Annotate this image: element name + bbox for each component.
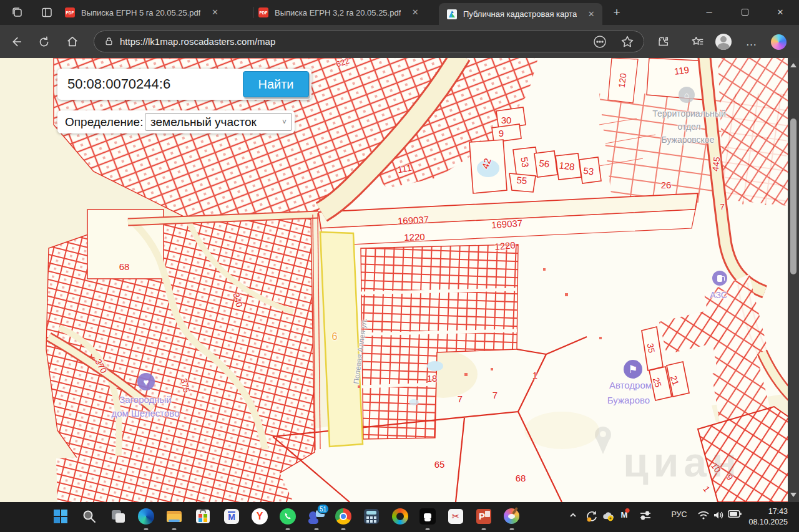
- map-watermark: циан: [623, 438, 742, 486]
- tray-volume-icon[interactable]: [713, 510, 724, 520]
- tray-sync-icon[interactable]: [586, 510, 598, 523]
- running-indicator: [172, 528, 177, 530]
- microsoft-store-icon[interactable]: [195, 508, 211, 525]
- microsoft-365-icon[interactable]: [392, 508, 408, 525]
- window-close-button[interactable]: ✕: [766, 0, 795, 24]
- address-bar[interactable]: https://lk1map.roscadasters.com/map: [94, 31, 644, 52]
- chevron-down-icon: ˅: [282, 118, 287, 127]
- browser-tabstrip: PDF Выписка ЕГРН 5 га 20.05.25.pdf ✕ PDF…: [0, 0, 799, 25]
- whatsapp-icon[interactable]: [280, 508, 296, 525]
- running-indicator: [426, 528, 430, 530]
- teams-chat-icon[interactable]: 51: [308, 508, 325, 525]
- tab-close-icon[interactable]: ✕: [409, 7, 421, 18]
- workspaces-icon[interactable]: [10, 5, 25, 20]
- definition-box: Определение: земельный участок ˅: [57, 110, 295, 133]
- browser-toolbar: https://lk1map.roscadasters.com/map …: [0, 25, 799, 58]
- calculator-icon[interactable]: [363, 508, 380, 525]
- favorite-star-icon[interactable]: [620, 34, 635, 52]
- tray-wifi-icon[interactable]: [697, 510, 710, 520]
- mail-m-app-icon[interactable]: M: [223, 508, 240, 525]
- search-input[interactable]: [66, 75, 232, 93]
- running-indicator: [510, 528, 514, 530]
- tab-cadastral-map-active[interactable]: Публичная кадастровая карта ✕: [439, 3, 602, 25]
- url-text: https://lk1map.roscadasters.com/map: [120, 36, 275, 47]
- new-tab-button[interactable]: +: [609, 6, 624, 21]
- map-favicon: [447, 9, 457, 19]
- search-icon[interactable]: [81, 508, 97, 525]
- page-scrollbar[interactable]: [788, 58, 799, 502]
- tray-time: 17:43: [748, 506, 788, 517]
- extensions-icon[interactable]: [655, 34, 672, 50]
- tab-title: Публичная кадастровая карта: [463, 9, 577, 19]
- home-icon[interactable]: [64, 34, 81, 50]
- definition-value: земельный участок: [150, 115, 257, 129]
- back-icon[interactable]: [7, 34, 24, 50]
- file-explorer-icon[interactable]: [166, 508, 182, 525]
- tab-pdf-2[interactable]: PDF Выписка ЕГРН 3,2 га 20.05.25.pdf ✕: [258, 0, 437, 25]
- tray-clock[interactable]: 17:43 08.10.2025: [748, 506, 788, 528]
- definition-label: Определение:: [65, 115, 143, 129]
- tray-onedrive-icon[interactable]: [602, 510, 615, 523]
- scroll-down-arrow[interactable]: [790, 493, 797, 497]
- running-indicator: [315, 528, 319, 530]
- search-button[interactable]: Найти: [243, 71, 309, 97]
- window-maximize-button[interactable]: [730, 0, 759, 24]
- definition-select[interactable]: земельный участок ˅: [145, 113, 292, 131]
- start-button[interactable]: [52, 508, 69, 525]
- tab-title: Выписка ЕГРН 3,2 га 20.05.25.pdf: [275, 8, 401, 17]
- tab-pdf-1[interactable]: PDF Выписка ЕГРН 5 га 20.05.25.pdf ✕: [65, 0, 250, 25]
- tab-close-icon[interactable]: ✕: [209, 7, 220, 18]
- favorites-hub-icon[interactable]: [690, 34, 706, 50]
- fist-app-icon[interactable]: [419, 508, 436, 525]
- tab-actions-icon[interactable]: [39, 5, 54, 20]
- cadastral-map-page[interactable]: 6221111690371690371220122030942535612853…: [0, 58, 799, 502]
- tab-title: Выписка ЕГРН 5 га 20.05.25.pdf: [81, 8, 200, 17]
- scrollbar-thumb[interactable]: [790, 118, 797, 274]
- scroll-up-arrow[interactable]: [790, 63, 797, 67]
- lock-icon: [104, 37, 114, 46]
- copilot-icon[interactable]: [770, 34, 787, 50]
- pdf-icon: PDF: [258, 7, 268, 17]
- tab-divider: [253, 7, 253, 18]
- tray-battery-icon[interactable]: [728, 510, 742, 518]
- running-indicator: [286, 528, 290, 530]
- more-options-icon[interactable]: [592, 34, 607, 52]
- running-indicator: [144, 528, 149, 530]
- refresh-icon[interactable]: [36, 34, 52, 50]
- snipping-tool-icon[interactable]: ✂: [448, 508, 464, 525]
- screen: PDF Выписка ЕГРН 5 га 20.05.25.pdf ✕ PDF…: [0, 0, 799, 532]
- profile-avatar[interactable]: [715, 34, 732, 50]
- notification-badge: 51: [317, 504, 329, 514]
- chrome-icon[interactable]: [335, 508, 351, 525]
- edge-browser-icon[interactable]: [138, 508, 154, 525]
- settings-menu-icon[interactable]: …: [743, 34, 760, 50]
- windows-taskbar: M Y 51: [0, 502, 799, 532]
- tray-chevron-up-icon[interactable]: [568, 510, 578, 520]
- paint-icon[interactable]: [504, 508, 520, 525]
- running-indicator: [341, 528, 346, 530]
- tray-language-indicator[interactable]: РУС: [671, 510, 687, 519]
- window-minimize-button[interactable]: ─: [695, 0, 723, 24]
- tray-m-app-icon[interactable]: M: [621, 510, 628, 520]
- running-indicator: [482, 528, 486, 530]
- tray-mixer-icon[interactable]: [639, 510, 652, 521]
- powerpoint-icon[interactable]: P: [476, 508, 492, 525]
- tray-date: 08.10.2025: [748, 517, 788, 528]
- cadastral-search-box: Найти: [57, 69, 311, 100]
- pdf-icon: PDF: [65, 7, 75, 17]
- tab-close-icon[interactable]: ✕: [586, 9, 597, 20]
- yandex-browser-icon[interactable]: Y: [252, 508, 268, 525]
- task-view-icon[interactable]: [110, 508, 126, 525]
